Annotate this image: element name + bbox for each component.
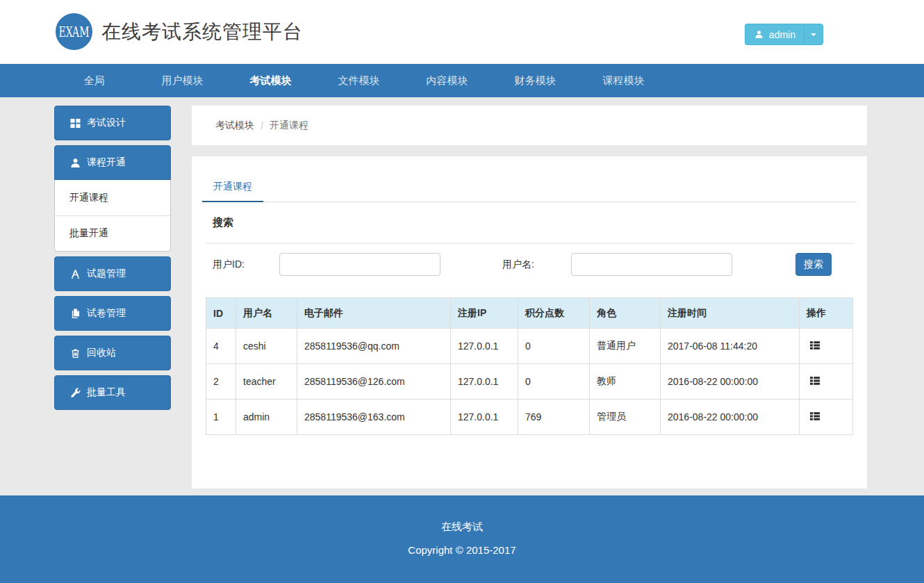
col-header-id: ID (206, 298, 236, 329)
content-area: 考试模块 / 开通课程 开通课程 搜索 用户ID: 用户名: 搜索 (192, 106, 867, 488)
page-title: 在线考试系统管理平台 (101, 19, 303, 45)
th-list-icon (809, 340, 820, 351)
user-dropdown-toggle[interactable] (804, 24, 823, 45)
tab-bar: 开通课程 (202, 173, 857, 202)
footer-copyright: Copyright © 2015-2017 (0, 544, 924, 556)
sidebar-item-question-mgmt: 试题管理 (54, 256, 171, 291)
sidebar-label: 课程开通 (87, 156, 126, 169)
font-icon (69, 268, 81, 279)
row-actions-button[interactable] (807, 409, 823, 425)
nav-item-exam-module[interactable]: 考试模块 (226, 64, 315, 97)
th-list-icon (809, 375, 820, 386)
cell-actions (800, 400, 853, 435)
cell-reg-ip: 127.0.0.1 (451, 329, 518, 364)
row-actions-button[interactable] (807, 374, 823, 390)
username-input[interactable] (571, 253, 732, 276)
wrench-icon (69, 387, 81, 398)
cell-role: 普通用户 (590, 329, 661, 364)
nav-item-user-module[interactable]: 用户模块 (138, 64, 226, 97)
cell-email: 2858119536@126.com (297, 364, 451, 400)
sidebar-subitem-open-course[interactable]: 开通课程 (55, 180, 170, 215)
sidebar-label: 回收站 (87, 347, 116, 359)
cell-reg-ip: 127.0.0.1 (451, 400, 518, 435)
username-label: 用户名: (502, 258, 571, 271)
sidebar-label: 考试设计 (87, 117, 126, 129)
col-header-reg-time: 注册时间 (661, 298, 800, 329)
sidebar-item-paper-mgmt: 试卷管理 (54, 296, 171, 331)
users-table: ID 用户名 电子邮件 注册IP 积分点数 角色 注册时间 操作 4 ceshi (206, 297, 853, 435)
cell-username: teacher (236, 364, 297, 400)
sidebar: 考试设计 课程开通 开通课程 批量开通 试题管理 (54, 106, 171, 415)
tab-open-course[interactable]: 开通课程 (202, 173, 263, 202)
nav-item-content-module[interactable]: 内容模块 (403, 64, 491, 97)
col-header-points: 积分点数 (518, 298, 590, 329)
cell-role: 教师 (590, 364, 661, 400)
cell-reg-time: 2017-06-08 11:44:20 (661, 329, 800, 364)
brand-link[interactable]: EXAM 在线考试系统管理平台 (56, 13, 303, 50)
col-header-reg-ip: 注册IP (451, 298, 518, 329)
nav-item-finance-module[interactable]: 财务模块 (491, 64, 579, 97)
user-icon (754, 29, 765, 40)
breadcrumb-parent-link[interactable]: 考试模块 (215, 120, 254, 132)
nav-item-global[interactable]: 全局 (50, 64, 138, 97)
top-header: EXAM 在线考试系统管理平台 admin (0, 0, 924, 64)
cell-email: 2858119536@qq.com (297, 329, 451, 364)
cell-reg-ip: 127.0.0.1 (451, 364, 518, 400)
col-header-email: 电子邮件 (297, 298, 451, 329)
search-form: 用户ID: 用户名: 搜索 (206, 253, 853, 276)
th-list-icon (809, 411, 820, 422)
sidebar-label: 试卷管理 (87, 307, 126, 320)
cell-actions (800, 364, 853, 400)
nav-item-file-module[interactable]: 文件模块 (315, 64, 403, 97)
sidebar-header-paper-mgmt[interactable]: 试卷管理 (54, 296, 171, 331)
user-id-input[interactable] (279, 253, 440, 276)
cell-username: admin (236, 400, 297, 435)
user-icon (69, 157, 81, 168)
sidebar-item-course-open: 课程开通 开通课程 批量开通 (54, 145, 171, 252)
cell-reg-time: 2016-08-22 00:00:00 (661, 400, 800, 435)
sidebar-item-batch-tools: 批量工具 (54, 375, 171, 410)
breadcrumb-current: 开通课程 (270, 120, 308, 132)
cell-reg-time: 2016-08-22 00:00:00 (661, 364, 800, 400)
sidebar-header-course-open[interactable]: 课程开通 (54, 145, 171, 180)
main-navbar: 全局 用户模块 考试模块 文件模块 内容模块 财务模块 课程模块 (0, 64, 924, 97)
table-row: 2 teacher 2858119536@126.com 127.0.0.1 0… (206, 364, 853, 400)
cell-id: 2 (206, 364, 236, 400)
sidebar-header-exam-design[interactable]: 考试设计 (54, 106, 171, 140)
cell-points: 0 (518, 364, 590, 400)
footer: 在线考试 Copyright © 2015-2017 (0, 495, 924, 583)
sidebar-header-question-mgmt[interactable]: 试题管理 (54, 256, 171, 291)
cell-id: 4 (206, 329, 236, 364)
user-label: admin (769, 29, 795, 40)
sidebar-header-batch-tools[interactable]: 批量工具 (54, 375, 171, 410)
main-panel: 开通课程 搜索 用户ID: 用户名: 搜索 ID 用户名 (192, 156, 867, 488)
sidebar-label: 批量工具 (87, 386, 126, 399)
grid-icon (69, 117, 81, 129)
col-header-actions: 操作 (800, 298, 853, 329)
search-button[interactable]: 搜索 (795, 253, 832, 276)
table-row: 1 admin 2858119536@163.com 127.0.0.1 769… (206, 400, 853, 435)
row-actions-button[interactable] (807, 338, 823, 354)
cell-points: 0 (518, 329, 590, 364)
cell-role: 管理员 (590, 400, 661, 435)
logo-text: EXAM (58, 24, 89, 40)
sidebar-item-recycle-bin: 回收站 (54, 336, 171, 370)
user-id-label: 用户ID: (213, 258, 279, 271)
breadcrumb: 考试模块 / 开通课程 (192, 106, 867, 145)
page: EXAM 在线考试系统管理平台 admin 全局 用户模块 考试模块 文件模块 … (0, 0, 924, 583)
cell-username: ceshi (236, 329, 297, 364)
col-header-role: 角色 (590, 298, 661, 329)
nav-item-course-module[interactable]: 课程模块 (579, 64, 668, 97)
table-header-row: ID 用户名 电子邮件 注册IP 积分点数 角色 注册时间 操作 (206, 298, 853, 329)
breadcrumb-separator: / (261, 120, 263, 131)
user-menu: admin (745, 24, 823, 45)
sidebar-header-recycle-bin[interactable]: 回收站 (54, 336, 171, 370)
sidebar-item-exam-design: 考试设计 (54, 106, 171, 140)
trash-icon (69, 347, 81, 359)
sidebar-subitem-batch-open[interactable]: 批量开通 (55, 215, 170, 251)
user-button[interactable]: admin (745, 24, 804, 45)
footer-site-name: 在线考试 (0, 495, 924, 534)
cell-email: 2858119536@163.com (297, 400, 451, 435)
caret-down-icon (811, 33, 816, 36)
col-header-username: 用户名 (236, 298, 297, 329)
